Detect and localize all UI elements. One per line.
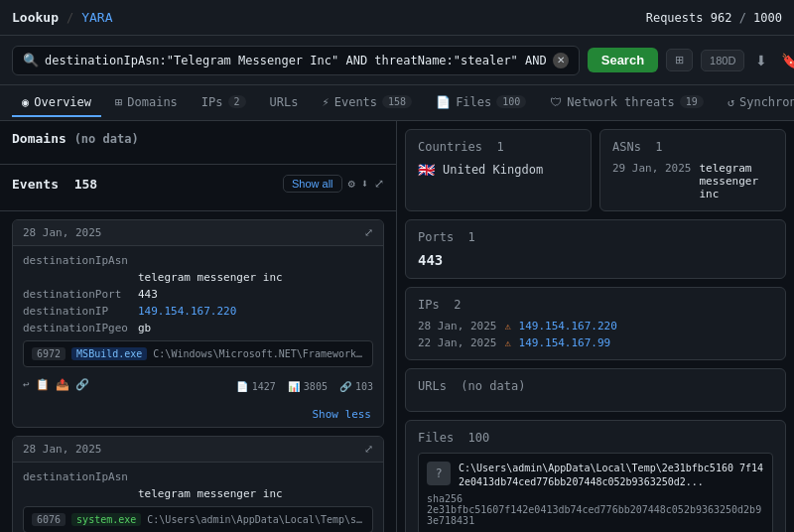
tab-ips-label: IPs	[201, 95, 223, 109]
copy-icon[interactable]: 📋	[36, 378, 50, 391]
show-all-button[interactable]: Show all	[283, 175, 342, 193]
ip-date-2: 22 Jan, 2025	[418, 336, 496, 349]
export-button[interactable]: ⊞	[666, 49, 693, 71]
event-footer: ↩ 📋 📤 🔗 📄 1427 📊 3	[23, 373, 373, 396]
event-card: 28 Jan, 2025 ⤢ destinationIpAsn telegram…	[12, 219, 384, 428]
requests-label: Requests	[646, 11, 704, 25]
ips-card: IPs 2 28 Jan, 2025 ⚠ 149.154.167.220 22 …	[405, 287, 786, 360]
cmd-pid-2: 6076	[32, 513, 66, 526]
tab-files[interactable]: 📄 Files 100	[426, 89, 536, 117]
event-card-body: destinationIpAsn telegram messenger inc …	[13, 246, 383, 404]
field-name: destinationIpAsn	[23, 254, 132, 267]
files-title: Files 100	[418, 431, 773, 445]
search-button[interactable]: Search	[588, 48, 658, 72]
country-flag: 🇬🇧	[418, 162, 435, 178]
tab-overview[interactable]: ◉ Overview	[12, 89, 101, 117]
tab-overview-label: Overview	[34, 95, 91, 109]
link-icon[interactable]: 🔗	[75, 378, 89, 391]
tab-network-threats-label: Network threats	[567, 95, 674, 109]
events-header: Events 158 Show all ⚙ ⬇ ⤢	[12, 175, 384, 193]
tab-network-threats-icon: 🛡	[550, 95, 562, 109]
ip-item: 28 Jan, 2025 ⚠ 149.154.167.220	[418, 320, 773, 332]
field-geo-value: gb	[138, 322, 151, 334]
command-line-2: 6076 system.exe C:\Users\admin\AppData\L…	[23, 506, 373, 532]
field-ip-value: 149.154.167.220	[138, 305, 236, 318]
country-name: United Kingdom	[443, 163, 543, 177]
expand-icon[interactable]: ⤢	[374, 177, 384, 191]
data-icon: 📊	[288, 381, 300, 392]
tab-sync[interactable]: ↺ Synchronization 267	[718, 89, 794, 117]
ip-warning-icon-2: ⚠	[504, 337, 510, 348]
tab-events[interactable]: ⚡ Events 158	[312, 89, 422, 117]
reply-icon[interactable]: ↩	[23, 378, 30, 391]
ip-item-2: 22 Jan, 2025 ⚠ 149.154.167.99	[418, 336, 773, 349]
show-less-button[interactable]: Show less	[13, 404, 383, 427]
tab-files-icon: 📄	[436, 95, 451, 109]
events-title: Events 158	[12, 177, 97, 192]
asns-title: ASNs 1	[612, 140, 773, 154]
event-expand-icon-2[interactable]: ⤢	[364, 443, 373, 456]
file-entry: ? C:\Users\admin\AppData\Local\Temp\2e31…	[418, 453, 773, 532]
download-button[interactable]: ⬇	[752, 50, 770, 71]
field-name-2: destinationIpAsn	[23, 470, 132, 483]
event-field-asn-label-2: destinationIpAsn	[23, 470, 373, 483]
share-icon[interactable]: 📤	[56, 378, 69, 391]
country-item: 🇬🇧 United Kingdom	[418, 162, 579, 178]
event-field-port: destinationPort 443	[23, 288, 373, 301]
left-panel: Domains (no data) Events 158 Show all ⚙ …	[0, 121, 397, 532]
asns-card: ASNs 1 29 Jan, 2025 telegram messenger i…	[599, 129, 786, 211]
stat-links-value: 103	[355, 381, 373, 392]
domains-subtitle: (no data)	[74, 132, 139, 146]
top-bar-branding: Lookup / YARA	[12, 10, 113, 25]
events-actions: Show all ⚙ ⬇ ⤢	[283, 175, 384, 193]
cmd-exe-2: system.exe	[71, 513, 141, 526]
search-icon: 🔍	[23, 53, 39, 67]
filter-icon[interactable]: ⚙	[348, 177, 355, 191]
event-date-2: 28 Jan, 2025	[23, 443, 101, 456]
event-date: 28 Jan, 2025	[23, 226, 101, 239]
tab-domains-label: Domains	[127, 95, 178, 109]
tab-domains[interactable]: ⊞ Domains	[105, 89, 188, 117]
time-range-button[interactable]: 180D	[701, 50, 744, 71]
event-expand-icon[interactable]: ⤢	[364, 226, 373, 239]
domains-section: Domains (no data)	[0, 121, 396, 165]
files-count: 100	[468, 431, 490, 445]
countries-count: 1	[496, 140, 503, 154]
cmd-pid: 6972	[32, 347, 66, 360]
cmd-path: C:\Windows\Microsoft.NET\Framework\v4.0.…	[153, 348, 364, 359]
tab-sync-icon: ↺	[728, 95, 734, 109]
urls-card: URLs (no data)	[405, 368, 786, 412]
files-icon: 📄	[236, 381, 248, 392]
field-ip-name: destinationIP	[23, 305, 132, 318]
urls-subtitle: (no data)	[461, 379, 525, 393]
tab-files-badge: 100	[496, 95, 526, 108]
search-input-wrap[interactable]: 🔍 destinationIpAsn:"Telegram Messenger I…	[12, 46, 580, 75]
event-field-asn-label: destinationIpAsn	[23, 254, 373, 267]
events-count: 158	[74, 177, 97, 192]
export-icon[interactable]: ⬇	[361, 177, 368, 191]
files-card: Files 100 ? C:\Users\admin\AppData\Local…	[405, 420, 786, 532]
ip-addr-2: 149.154.167.99	[519, 336, 611, 349]
file-icon: ?	[427, 462, 451, 485]
requests-total: 1000	[753, 11, 782, 25]
ip-list: 28 Jan, 2025 ⚠ 149.154.167.220 22 Jan, 2…	[418, 320, 773, 349]
event-stats: 📄 1427 📊 3805 🔗 103	[236, 377, 373, 396]
tab-network-threats[interactable]: 🛡 Network threats 19	[540, 89, 713, 117]
file-path: C:\Users\admin\AppData\Local\Temp\2e31bf…	[459, 462, 764, 489]
main-content: Domains (no data) Events 158 Show all ⚙ …	[0, 121, 794, 532]
file-hash-label: sha256	[427, 493, 764, 504]
tab-events-label: Events	[334, 95, 377, 109]
search-query-text: destinationIpAsn:"Telegram Messenger Inc…	[45, 54, 547, 67]
tab-network-threats-badge: 19	[680, 95, 704, 108]
field-geo-name: destinationIPgeo	[23, 322, 132, 334]
asn-name: telegram messenger inc	[699, 162, 773, 200]
tab-ips[interactable]: IPs 2	[192, 89, 256, 117]
bookmark-button[interactable]: 🔖	[778, 50, 794, 71]
ip-date-1: 28 Jan, 2025	[418, 320, 496, 332]
search-clear-button[interactable]: ✕	[553, 53, 569, 68]
file-hash: 2e31bfbc51607f142e0413db74ced776bb207448…	[427, 504, 764, 526]
tab-domains-icon: ⊞	[115, 95, 122, 109]
tab-urls[interactable]: URLs	[260, 89, 309, 117]
asn-value: telegram messenger inc	[138, 271, 283, 284]
tab-urls-label: URLs	[270, 95, 299, 109]
